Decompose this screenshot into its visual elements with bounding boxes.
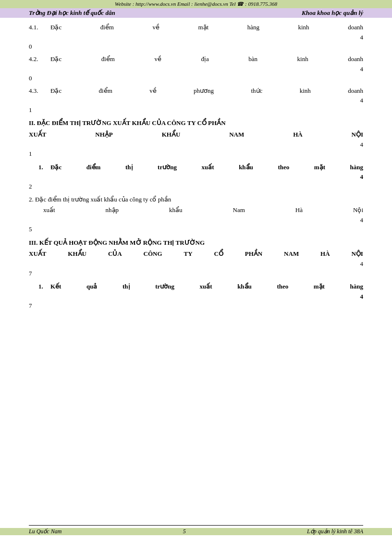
word: doanh — [348, 86, 363, 96]
word: Đặc — [50, 23, 61, 33]
word: bàn — [248, 54, 257, 64]
page-num-42a: 4 — [360, 64, 364, 74]
section2-block: II. ĐẶC ĐIỂM THỊ TRƯỜNG XUẤT KHẨU CỦA CÔ… — [29, 118, 363, 158]
word: HÀ — [293, 130, 303, 140]
item1-page-a: 4 — [360, 172, 364, 182]
word: Kết — [50, 282, 61, 292]
word: xuất — [202, 163, 214, 173]
word: doanh — [348, 54, 363, 64]
word: trường — [155, 282, 174, 292]
word: mặt — [314, 163, 325, 173]
footer-page-number: 5 — [183, 528, 186, 535]
footer-divider — [29, 525, 363, 526]
word: XUẤT — [29, 130, 46, 140]
word: về — [154, 54, 161, 64]
toc-entry-41: 4.1. Đặc điểm về mặt hàng kinh doanh 4 0 — [29, 23, 363, 51]
word: PHẦN — [245, 249, 262, 259]
word: Đặc — [50, 86, 61, 96]
word: kinh — [298, 23, 309, 33]
word: điểm — [100, 23, 114, 33]
word: thị — [122, 282, 130, 292]
word: HÀ — [320, 249, 330, 259]
word: Đặc — [50, 54, 61, 64]
word: về — [149, 86, 157, 96]
website-text: Website : http://www.docs.vn Email : lie… — [115, 1, 277, 7]
item3-block: 1. Kết quả thị trường xuất khẩu theo mặt… — [29, 282, 363, 311]
word: CÔNG — [144, 249, 162, 259]
word: về — [152, 23, 159, 33]
item3-num: 1. — [38, 282, 50, 292]
word: mặt — [198, 23, 208, 33]
word: XUẤT — [29, 249, 46, 259]
word: doanh — [348, 23, 363, 33]
word: Nội — [353, 205, 363, 215]
page-num-43a: 4 — [360, 96, 364, 105]
word: điểm — [86, 163, 101, 173]
item3-page-a: 4 — [360, 292, 364, 301]
footer-author: Lu Quốc Nam — [29, 528, 61, 535]
word: theo — [277, 282, 288, 292]
toc-row-43: 4.3. Đặc điểm về phương thức kinh doanh — [29, 86, 363, 96]
num-42: 4.2. — [29, 54, 50, 64]
item2-page-b: 5 — [29, 226, 32, 233]
word: xuất — [200, 282, 212, 292]
item3-row: 1. Kết quả thị trường xuất khẩu theo mặt… — [29, 282, 363, 292]
page-footer: Lu Quốc Nam 5 Lớp quản lý kinh tê 38A — [0, 528, 392, 535]
word: mặt — [314, 282, 325, 292]
word: điểm — [99, 86, 112, 96]
word: hàng — [350, 282, 363, 292]
word: NAM — [229, 130, 244, 140]
word: TY — [184, 249, 192, 259]
word: NHẬP — [95, 130, 112, 140]
word: CỦA — [108, 249, 122, 259]
section3-heading1: III. KẾT QUẢ HOẠT ĐỘNG NHẰM MỞ RỘNG THỊ … — [29, 238, 363, 248]
word: điểm — [101, 54, 115, 64]
item2-row2: xuất nhập khẩu Nam Hà Nội — [29, 205, 363, 215]
section3-page-a: 4 — [360, 259, 364, 269]
page-num-42b: 0 — [29, 75, 32, 82]
word: thị — [125, 163, 133, 173]
toc-entry-42: 4.2. Đặc điểm về địa bàn kinh doanh 4 0 — [29, 54, 363, 83]
word: Nam — [233, 205, 245, 215]
word: khẩu — [239, 163, 253, 173]
section3-block: III. KẾT QUẢ HOẠT ĐỘNG NHẰM MỞ RỘNG THỊ … — [29, 238, 363, 278]
item1-row: 1. Đặc điểm thị trường xuất khẩu theo mặ… — [29, 163, 363, 173]
toc-row-41: 4.1. Đặc điểm về mặt hàng kinh doanh — [29, 23, 363, 33]
section2-page-b: 1 — [29, 150, 32, 157]
page-num-43b: 1 — [29, 106, 32, 113]
item2-block: 2. Đặc điểm thị trường xuất khẩu của côn… — [29, 195, 363, 234]
word: Đặc — [50, 163, 61, 173]
item1-page-b: 2 — [29, 183, 32, 190]
content-area: 4.1. Đặc điểm về mặt hàng kinh doanh 4 0 — [0, 18, 392, 342]
word: hàng — [247, 23, 259, 33]
word: xuất — [43, 205, 55, 215]
word: Hà — [295, 205, 303, 215]
word: KHẨU — [68, 249, 86, 259]
section2-heading2: XUẤT NHẬP KHẨU NAM HÀ NỘI — [29, 130, 363, 140]
item1-num: 1. — [38, 163, 50, 173]
section2-heading1: II. ĐẶC ĐIỂM THỊ TRƯỜNG XUẤT KHẨU CỦA CÔ… — [29, 118, 363, 128]
institution-right: Khoa khoa học quản lý — [302, 9, 363, 17]
word: KHẨU — [162, 130, 181, 140]
word: khẩu — [169, 205, 183, 215]
item1-block: 1. Đặc điểm thị trường xuất khẩu theo mặ… — [29, 163, 363, 191]
word: NỘI — [352, 130, 363, 140]
item3-page-b: 7 — [29, 302, 32, 309]
toc-row-42: 4.2. Đặc điểm về địa bàn kinh doanh — [29, 54, 363, 64]
word: CỔ — [214, 249, 223, 259]
word: kinh — [297, 54, 308, 64]
item2-page-a: 4 — [360, 215, 364, 225]
word: NỘI — [351, 249, 363, 259]
page-num-41a: 4 — [360, 33, 364, 42]
word: phương — [194, 86, 214, 96]
word: hàng — [350, 163, 363, 173]
website-header: Website : http://www.docs.vn Email : lie… — [0, 0, 392, 8]
institution-header: Trờng Đại học kinh tế quốc dân Khoa khoa… — [0, 8, 392, 18]
num-41: 4.1. — [29, 23, 50, 33]
word: theo — [278, 163, 289, 173]
word: địa — [201, 54, 208, 64]
section3-page-b: 7 — [29, 270, 32, 277]
word: NAM — [284, 249, 299, 259]
section2-page-a: 4 — [360, 140, 364, 150]
word: kinh — [300, 86, 311, 96]
